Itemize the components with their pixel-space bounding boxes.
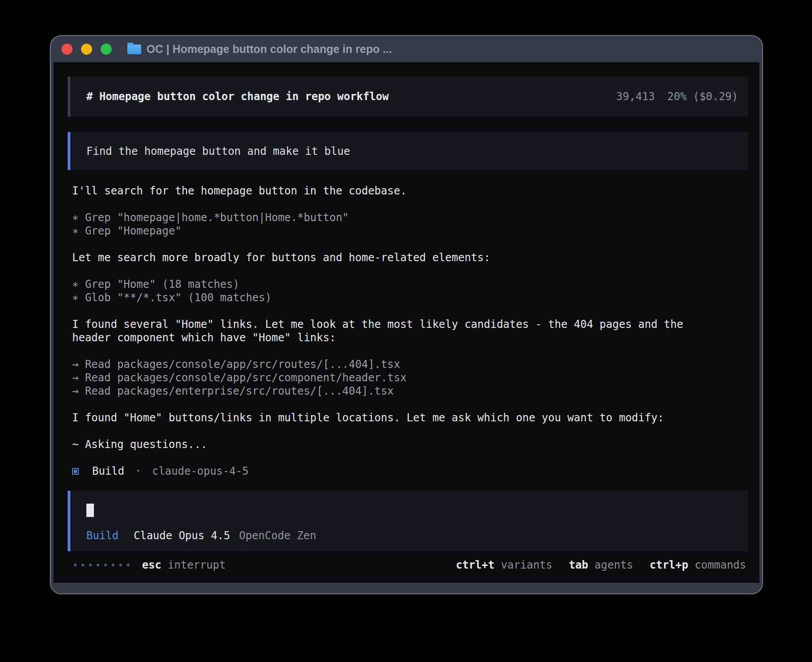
input-agent-label[interactable]: Build xyxy=(86,529,118,542)
key-tab: tab xyxy=(569,559,588,571)
assistant-text-line: header component which have "Home" links… xyxy=(68,331,748,344)
context-cost: 20% ($0.29) xyxy=(667,90,738,103)
assistant-text-line: I'll search for the homepage button in t… xyxy=(68,184,748,198)
model-name: claude-opus-4-5 xyxy=(152,465,249,477)
window-titlebar[interactable]: OC | Homepage button color change in rep… xyxy=(53,36,759,62)
hint-variants: ctrl+t variants xyxy=(456,559,552,571)
minimize-window-button[interactable] xyxy=(81,44,92,55)
agent-mode-icon xyxy=(72,468,79,475)
hint-agents: tab agents xyxy=(569,559,633,571)
assistant-text-line: Let me search more broadly for buttons a… xyxy=(68,251,748,264)
text-cursor xyxy=(86,504,94,517)
input-provider-label: OpenCode Zen xyxy=(239,529,316,542)
agent-name: Build xyxy=(92,465,124,477)
tool-call-line: ∗ Grep "homepage|home.*button|Home.*butt… xyxy=(68,211,748,224)
token-count: 39,413 xyxy=(616,90,655,103)
prompt-input[interactable]: Build Claude Opus 4.5 OpenCode Zen xyxy=(68,491,748,551)
folder-icon xyxy=(127,44,141,54)
badge-separator: · xyxy=(135,465,141,477)
agent-badge: Build · claude-opus-4-5 xyxy=(68,464,748,478)
window-title: OC | Homepage button color change in rep… xyxy=(146,43,392,56)
hint-commands: ctrl+p commands xyxy=(650,559,746,571)
tool-call-line: ∗ Grep "Homepage" xyxy=(68,224,748,238)
status-footer: esc interrupt ctrl+t variants tab agents… xyxy=(68,558,748,572)
user-message-text: Find the homepage button and make it blu… xyxy=(86,145,350,157)
user-message: Find the homepage button and make it blu… xyxy=(68,132,748,170)
session-stats: 39,413 20% ($0.29) xyxy=(616,90,738,103)
input-model-label[interactable]: Claude Opus 4.5 xyxy=(134,529,230,542)
tool-call-line: → Read packages/enterprise/src/routes/[.… xyxy=(68,384,748,398)
assistant-text-line: I found several "Home" links. Let me loo… xyxy=(68,318,748,331)
shortcut-hints: ctrl+t variants tab agents ctrl+p comman… xyxy=(456,559,748,571)
terminal-window: OC | Homepage button color change in rep… xyxy=(50,35,763,594)
session-header: # Homepage button color change in repo w… xyxy=(68,77,748,117)
status-line: ~ Asking questions... xyxy=(68,438,748,451)
tool-call-line: → Read packages/console/app/src/componen… xyxy=(68,371,748,384)
input-status-bar: Build Claude Opus 4.5 OpenCode Zen xyxy=(86,529,732,542)
tool-call-line: ∗ Grep "Home" (18 matches) xyxy=(68,278,748,291)
key-esc: esc xyxy=(142,559,161,571)
close-window-button[interactable] xyxy=(61,44,73,55)
assistant-output: I'll search for the homepage button in t… xyxy=(68,184,748,451)
traffic-lights xyxy=(61,44,112,55)
tool-call-line: ∗ Glob "**/*.tsx" (100 matches) xyxy=(68,291,748,304)
spinner-dots xyxy=(74,564,130,566)
key-ctrl-p: ctrl+p xyxy=(650,559,688,571)
session-title: # Homepage button color change in repo w… xyxy=(86,90,389,103)
terminal-content: # Homepage button color change in repo w… xyxy=(53,62,759,583)
tool-call-line: → Read packages/console/app/src/routes/[… xyxy=(68,358,748,371)
hint-interrupt: esc interrupt xyxy=(142,559,226,571)
assistant-text-line: I found "Home" buttons/links in multiple… xyxy=(68,411,748,424)
zoom-window-button[interactable] xyxy=(101,44,112,55)
key-ctrl-t: ctrl+t xyxy=(456,559,495,571)
